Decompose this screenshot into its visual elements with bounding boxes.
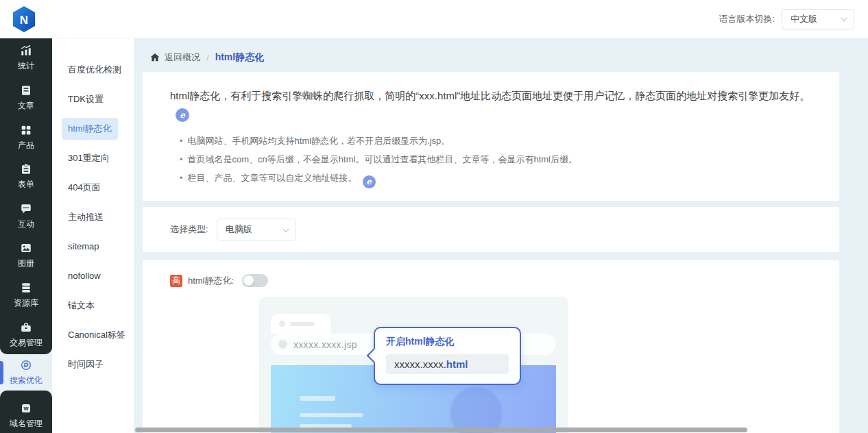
html-static-toggle-row: 高 html静态化: — [170, 274, 839, 287]
preview-text-line — [300, 396, 335, 401]
primary-sidebar: 统计文章产品表单互动图册资源库交易管理 搜索优化 W域名管理 — [0, 38, 52, 433]
resource-icon — [19, 281, 33, 295]
tooltip-url-prefix: xxxxx.xxxx. — [394, 358, 446, 370]
html-static-label: html静态化: — [188, 275, 234, 287]
type-select-card: 选择类型: 电脑版 — [143, 207, 839, 252]
language-switcher: 语言版本切换: 中文版 — [719, 9, 854, 29]
logo-hexagon-icon: N — [11, 5, 37, 33]
submenu-item-3[interactable]: 301重定向 — [52, 143, 134, 173]
type-select-label: 选择类型: — [170, 223, 208, 236]
submenu-item-6[interactable]: sitemap — [52, 232, 134, 261]
active-indicator — [0, 361, 3, 384]
browser-illustration: xxxxx.xxxx.jsp 开启html静态化 xxxxx.xxxx.html — [259, 297, 568, 433]
sidebar-bottom-block: W域名管理 — [0, 391, 52, 433]
info-card: html静态化，有利于搜索引擎蜘蛛的爬行抓取，简明的“xxx.html”地址比动… — [143, 72, 839, 201]
tooltip-url-highlight: html — [446, 358, 468, 370]
info-heading: html静态化，有利于搜索引擎蜘蛛的爬行抓取，简明的“xxx.html”地址比动… — [170, 88, 819, 122]
info-bullet-1: •首页域名是com、cn等后缀，不会显示html。可以通过查看其他栏目、文章等，… — [180, 150, 819, 169]
sidebar-item-article[interactable]: 文章 — [0, 78, 52, 118]
breadcrumb-separator: / — [206, 53, 209, 63]
sidebar-top-block: 统计文章产品表单互动图册资源库交易管理 — [0, 38, 52, 354]
type-select-dropdown[interactable]: 电脑版 — [217, 219, 296, 240]
browser-tab — [271, 314, 331, 334]
top-header: N 语言版本切换: 中文版 — [0, 0, 868, 38]
trade-icon — [19, 321, 33, 334]
info-bullet-list: •电脑网站、手机网站均支持html静态化，若不开启后缀显示为.jsp。•首页域名… — [180, 132, 819, 188]
address-bar-circle — [278, 340, 287, 349]
sidebar-item-form[interactable]: 表单 — [0, 157, 52, 197]
stats-icon — [19, 44, 33, 58]
help-link-icon[interactable]: e — [176, 108, 189, 122]
bullet-dot: • — [180, 136, 183, 146]
interaction-icon — [19, 202, 33, 216]
html-static-card: 高 html静态化: xxxxx.xxxx.jsp — [143, 260, 839, 433]
tooltip-title: 开启html静态化 — [386, 336, 509, 348]
form-icon — [19, 162, 33, 176]
breadcrumb-back-link[interactable]: 返回概况 — [165, 51, 200, 64]
submenu-item-10[interactable]: 时间因子 — [52, 349, 134, 379]
submenu-item-0[interactable]: 百度优化检测 — [52, 55, 134, 84]
help-link-icon[interactable]: e — [363, 175, 376, 188]
bullet-dot: • — [180, 173, 183, 183]
submenu-item-4[interactable]: 404页面 — [52, 173, 134, 202]
seo-icon — [19, 358, 33, 372]
tab-favicon-circle — [279, 321, 285, 327]
chevron-down-icon — [841, 14, 847, 21]
address-bar-text: xxxxx.xxxx.jsp — [293, 339, 357, 350]
submenu-item-1[interactable]: TDK设置 — [52, 84, 134, 114]
domain-icon: W — [19, 401, 33, 415]
language-switch-label: 语言版本切换: — [719, 13, 775, 25]
app-logo[interactable]: N — [11, 5, 37, 33]
article-icon — [19, 84, 33, 97]
type-select-value: 电脑版 — [226, 223, 252, 236]
chevron-down-icon — [282, 225, 289, 232]
html-static-toggle[interactable] — [242, 274, 268, 287]
sidebar-active-block: 搜索优化 — [0, 354, 52, 391]
sidebar-item-resource[interactable]: 资源库 — [0, 275, 52, 315]
sidebar-item-interaction[interactable]: 互动 — [0, 197, 52, 236]
sidebar-item-seo[interactable]: 搜索优化 — [0, 354, 52, 391]
home-icon[interactable] — [149, 52, 160, 63]
sidebar-item-trade[interactable]: 交易管理 — [0, 314, 52, 354]
submenu-item-2[interactable]: html静态化 — [52, 114, 134, 143]
secondary-menu: 百度优化检测TDK设置html静态化301重定向404页面主动推送sitemap… — [52, 38, 134, 433]
submenu-item-7[interactable]: nofollow — [52, 261, 134, 290]
logo-letter: N — [20, 14, 28, 27]
bullet-dot: • — [180, 154, 183, 164]
preview-text-line — [300, 413, 363, 417]
sidebar-item-gallery[interactable]: 图册 — [0, 236, 52, 275]
static-url-tooltip: 开启html静态化 xxxxx.xxxx.html — [374, 327, 521, 385]
sidebar-item-product[interactable]: 产品 — [0, 117, 52, 157]
info-bullet-0: •电脑网站、手机网站均支持html静态化，若不开启后缀显示为.jsp。 — [180, 132, 819, 150]
breadcrumb-current: html静态化 — [215, 51, 265, 64]
product-icon — [19, 123, 33, 137]
language-select[interactable]: 中文版 — [782, 9, 854, 29]
gallery-icon — [19, 241, 33, 255]
main-content: 返回概况 / html静态化 html静态化，有利于搜索引擎蜘蛛的爬行抓取，简明… — [134, 38, 868, 433]
submenu-item-9[interactable]: Canonical标签 — [52, 320, 134, 349]
language-select-value: 中文版 — [791, 13, 817, 25]
sidebar-item-domain[interactable]: W域名管理 — [0, 397, 52, 433]
info-bullet-2: •栏目、产品、文章等可以自定义地址链接。e — [180, 169, 819, 188]
submenu-item-5[interactable]: 主动推送 — [52, 202, 134, 232]
horizontal-scrollbar[interactable] — [135, 428, 747, 432]
svg-text:W: W — [23, 406, 29, 412]
tooltip-url-pill: xxxxx.xxxx.html — [386, 354, 509, 374]
tab-title-line — [290, 322, 315, 326]
toggle-knob — [243, 275, 254, 286]
breadcrumb: 返回概况 / html静态化 — [149, 49, 839, 66]
advanced-badge: 高 — [170, 275, 182, 287]
submenu-item-8[interactable]: 锚文本 — [52, 290, 134, 320]
sidebar-item-stats[interactable]: 统计 — [0, 38, 52, 78]
